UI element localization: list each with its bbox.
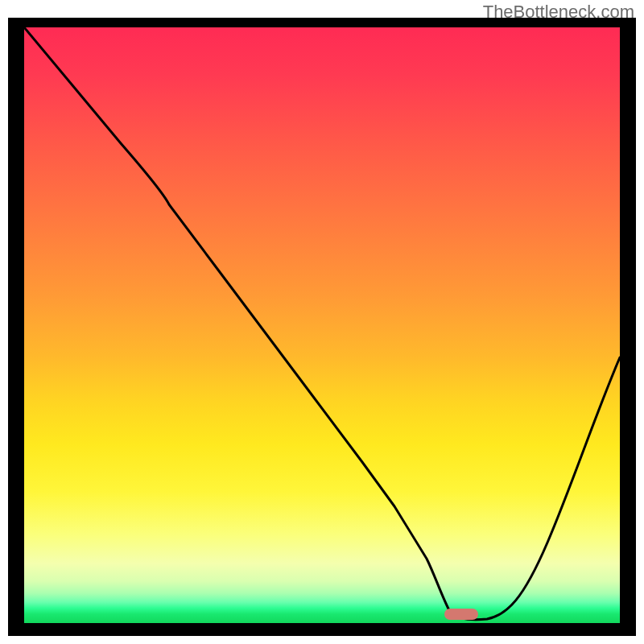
plot-frame [8,18,636,636]
watermark-text: TheBottleneck.com [483,2,634,23]
optimal-marker [444,609,478,620]
curve-svg [24,27,620,623]
bottleneck-curve [24,27,620,620]
plot-area [24,27,620,623]
